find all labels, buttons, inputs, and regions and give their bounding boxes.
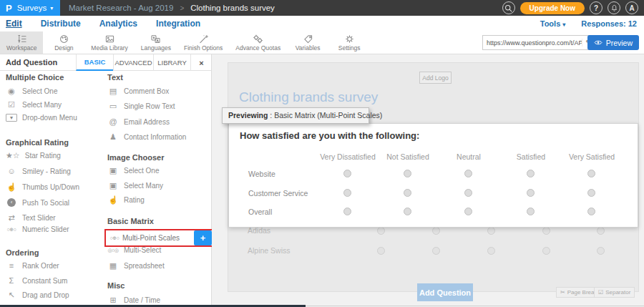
- matrix-radio[interactable]: [464, 208, 472, 215]
- section-graphical-rating: Graphical Rating: [6, 138, 69, 147]
- qtype-date-time[interactable]: ⊞ Date / Time: [107, 296, 160, 305]
- add-question-panel: Add Question BASIC ADVANCED LIBRARY × Mu…: [0, 54, 212, 305]
- qtype-select-many[interactable]: ☑ Select Many: [6, 100, 62, 109]
- qtype-single-row-text[interactable]: ▭ Single Row Text: [107, 102, 175, 111]
- matrix-radio[interactable]: [343, 208, 351, 215]
- share-icon: ‹: [7, 198, 16, 207]
- toolbar-item-workspace[interactable]: Workspace: [0, 31, 43, 54]
- breadcrumb-separator: >: [180, 4, 184, 12]
- panel-title: Add Question: [6, 58, 57, 67]
- qtype-rank-order[interactable]: ≡ Rank Order: [6, 261, 59, 270]
- upgrade-now-button[interactable]: Upgrade Now: [520, 2, 585, 14]
- section-basic-matrix: Basic Matrix: [107, 217, 154, 225]
- nav-analytics[interactable]: Analytics: [90, 19, 147, 29]
- qtype-smiley-rating[interactable]: ☺ Smiley - Rating: [6, 167, 71, 175]
- qtype-spreadsheet[interactable]: ▦ Spreadsheet: [107, 261, 165, 271]
- notifications-button[interactable]: [608, 1, 620, 14]
- tools-menu[interactable]: Tools ▾: [540, 19, 566, 28]
- matrix-radio[interactable]: [464, 170, 472, 177]
- matrix-radio[interactable]: [404, 170, 411, 177]
- section-misc: Misc: [107, 281, 125, 290]
- slider-icon: ⇄: [6, 213, 17, 223]
- thumb-icon: ☝: [6, 182, 17, 192]
- qtype-select-one[interactable]: ◉ Select One: [6, 87, 57, 96]
- toolbar-item-media-library[interactable]: Media Library: [84, 31, 135, 54]
- image-pair-icon: ▣: [107, 166, 119, 175]
- add-logo-button[interactable]: Add Logo: [419, 72, 452, 84]
- qtype-image-rating[interactable]: ☝ Rating: [107, 195, 145, 205]
- toolbar-item-languages[interactable]: Languages: [135, 31, 177, 54]
- survey-url-field[interactable]: https://www.questionpro.com/t/APNrFZ ✎: [482, 35, 595, 50]
- tab-library[interactable]: LIBRARY: [153, 54, 190, 71]
- qtype-multi-select[interactable]: ◎○◎ Multi-Select: [107, 246, 161, 254]
- avatar[interactable]: A: [625, 1, 638, 14]
- nav-distribute[interactable]: Distribute: [31, 19, 90, 29]
- questionpro-survey-builder: P Surveys ▾ Market Research - Aug 2019 >…: [0, 0, 644, 307]
- matrix-radio[interactable]: [527, 208, 535, 215]
- matrix-row-label: Website: [248, 170, 275, 178]
- qtype-image-select-many[interactable]: ▣ Select Many: [107, 181, 163, 190]
- nav-edit[interactable]: Edit: [0, 19, 31, 29]
- qtype-text-slider[interactable]: ⇄ Text Slider: [6, 213, 56, 223]
- matrix-radio[interactable]: [343, 170, 351, 177]
- qtype-contact-information[interactable]: ♟ Contact Information: [107, 132, 186, 142]
- add-question-plus-button[interactable]: +: [194, 230, 212, 245]
- surveys-menu[interactable]: Surveys ▾: [17, 4, 54, 12]
- column-header: Neutral: [436, 152, 502, 161]
- smiley-icon: ☺: [6, 167, 17, 175]
- close-icon[interactable]: ×: [190, 54, 212, 71]
- qtype-star-rating[interactable]: ★☆ Star Rating: [6, 151, 61, 160]
- separator-button[interactable]: ☑ Separator: [594, 287, 635, 298]
- workspace-icon: [16, 34, 27, 44]
- toolbar-item-finish-options[interactable]: Finish Options: [177, 31, 229, 54]
- qtype-drag-and-drop[interactable]: ↖ Drag and Drop: [6, 291, 69, 300]
- add-question-button[interactable]: Add Question: [417, 283, 473, 301]
- breadcrumb-parent[interactable]: Market Research - Aug 2019: [69, 4, 173, 12]
- survey-title: Clothing brands survey: [239, 89, 378, 105]
- help-button[interactable]: ?: [590, 1, 602, 14]
- ghost-row-label: Alpine Swiss: [248, 246, 291, 255]
- gears-icon: [253, 34, 263, 44]
- responses-count[interactable]: Responses: 12: [581, 19, 637, 28]
- toolbar-item-settings[interactable]: Settings: [328, 31, 370, 54]
- product-switcher[interactable]: P Surveys ▾: [0, 0, 60, 16]
- toolbar-item-design[interactable]: Design: [43, 31, 84, 54]
- qtype-comment-box[interactable]: ▤ Comment Box: [107, 87, 169, 96]
- matrix-radio[interactable]: [587, 189, 595, 197]
- question-preview-card: How satisfied are you with the following…: [228, 123, 638, 228]
- scissors-icon: ✂: [560, 289, 565, 296]
- nav-integration[interactable]: Integration: [147, 19, 210, 29]
- qtype-numeric-slider[interactable]: ○⊕○ Numeric Slider: [6, 225, 69, 233]
- toolbar-item-advance-quotas[interactable]: Advance Quotas: [229, 31, 287, 54]
- tag-icon: [303, 34, 313, 44]
- qtype-constant-sum[interactable]: Σ Constant Sum: [6, 276, 67, 285]
- ghost-radio: [597, 227, 605, 235]
- qtype-multi-point-scales-highlighted[interactable]: ○⊕○ Multi-Point Scales +: [104, 229, 213, 247]
- qtype-dropdown-menu[interactable]: ▾ Drop-down Menu: [6, 114, 77, 122]
- matrix-radio[interactable]: [343, 189, 351, 197]
- matrix-radio[interactable]: [404, 208, 411, 215]
- palette-icon: [59, 34, 69, 44]
- survey-url[interactable]: https://www.questionpro.com/t/APNrFZ: [483, 39, 582, 47]
- matrix-radio[interactable]: [404, 189, 411, 197]
- matrix-radio[interactable]: [527, 189, 535, 197]
- survey-canvas: Add Logo Clothing brands survey Adidas A…: [212, 54, 644, 305]
- checkbox-icon: ☑: [6, 100, 17, 109]
- matrix-radio[interactable]: [587, 170, 595, 177]
- multi-point-icon: ○⊕○: [109, 235, 120, 241]
- toolbar-item-variables[interactable]: Variables: [287, 31, 328, 54]
- qtype-image-select-one[interactable]: ▣ Select One: [107, 166, 159, 175]
- section-ordering: Ordering: [6, 248, 39, 257]
- matrix-radio[interactable]: [587, 208, 595, 215]
- preview-button[interactable]: Preview: [587, 35, 639, 50]
- tab-basic[interactable]: BASIC: [76, 54, 113, 71]
- radio-icon: ◉: [6, 87, 17, 96]
- drag-cursor-icon: ↖: [6, 291, 17, 300]
- matrix-radio[interactable]: [464, 189, 472, 197]
- tab-advanced[interactable]: ADVANCED: [113, 54, 153, 71]
- qtype-email-address[interactable]: @ Email Address: [107, 117, 170, 126]
- qtype-thumbs-up-down[interactable]: ☝ Thumbs Up/Down: [6, 182, 79, 192]
- search-button[interactable]: [502, 1, 515, 14]
- matrix-radio[interactable]: [527, 170, 535, 177]
- qtype-push-to-social[interactable]: ‹ Push To Social: [6, 198, 69, 207]
